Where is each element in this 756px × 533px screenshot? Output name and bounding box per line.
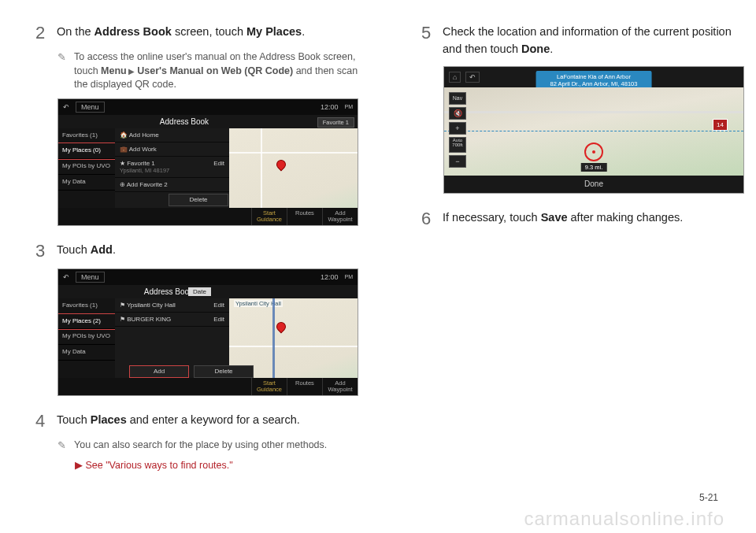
routes-button[interactable]: Routes — [287, 378, 322, 395]
bottom-actions: Start Guidance Routes Add Waypoint — [58, 378, 358, 395]
map-pin-icon — [275, 157, 288, 171]
add-waypoint-button[interactable]: Add Waypoint — [322, 378, 358, 395]
back-icon[interactable]: ↶ — [63, 273, 69, 281]
note-text: You can also search for the place by usi… — [74, 439, 327, 453]
map-view[interactable]: 9.3 mi. 14 — [444, 87, 743, 176]
shot-topbar: ↶ Menu 12:00 PM — [58, 269, 358, 285]
mute-icon[interactable]: 🔇 — [449, 107, 466, 120]
text: screen, touch — [172, 25, 246, 38]
list-item[interactable]: ⊕ Add Favorite 2 — [115, 178, 229, 192]
plus-icon: ⊕ — [120, 181, 125, 188]
nav-button[interactable]: Nav — [449, 92, 466, 105]
sidebar-item-favorites[interactable]: Favorites (1) — [58, 298, 115, 314]
step-text: Check the location and information of th… — [443, 24, 744, 58]
add-button[interactable]: Add — [129, 365, 189, 378]
menu-button[interactable]: Menu — [76, 102, 105, 113]
sidebar-item-mydata[interactable]: My Data — [58, 345, 115, 361]
arrow-icon: ▶ — [127, 67, 138, 76]
pencil-icon: ✎ — [57, 439, 66, 453]
menu-button[interactable]: Menu — [76, 272, 105, 283]
cross-reference-link[interactable]: ▶ See "Various ways to find routes." — [57, 459, 358, 471]
edit-button[interactable]: Edit — [213, 160, 224, 174]
list-item[interactable]: 💼 Add Work — [115, 143, 229, 157]
bold: My Places — [246, 25, 302, 38]
step-3: 3 Touch Add. — [35, 242, 358, 261]
edit-button[interactable]: Edit — [213, 302, 224, 309]
bottom-actions: Start Guidance Routes Add Waypoint — [58, 208, 358, 225]
left-column: 2 On the Address Book screen, touch My P… — [35, 24, 358, 496]
sidebar-item-myplaces[interactable]: My Places (2) — [58, 314, 115, 330]
step-text: Touch Places and enter a keyword for a s… — [57, 412, 358, 431]
delete-button[interactable]: Delete — [194, 365, 254, 378]
edit-button[interactable]: Edit — [213, 316, 224, 323]
list-item[interactable]: ⚑ Ypsilanti City HallEdit — [115, 298, 229, 313]
sidebar-item-myplaces[interactable]: My Places (0) — [58, 143, 115, 159]
favorite-tab[interactable]: Favorite 1 — [317, 117, 354, 128]
step-4-note: ✎ You can also search for the place by u… — [57, 439, 358, 453]
text: Touch — [57, 243, 91, 256]
step-text: On the Address Book screen, touch My Pla… — [57, 24, 358, 43]
label: Add Favorite 2 — [127, 181, 168, 188]
back-icon[interactable]: ↶ — [465, 72, 480, 83]
date-sort-button[interactable]: Date — [188, 287, 211, 296]
clock: 12:00 — [321, 103, 339, 111]
bold: Places — [91, 413, 127, 426]
screenshot-address-book-2: ↶ Menu 12:00 PM Address Book Date Favori… — [57, 268, 358, 396]
bold: User's Manual on Web (QR Code) — [137, 65, 293, 76]
done-button[interactable]: Done — [444, 176, 743, 193]
label: Add Home — [129, 131, 159, 139]
step-6: 6 If necessary, touch Save after making … — [421, 209, 744, 228]
zoom-out-button[interactable]: − — [449, 155, 466, 168]
list-item[interactable]: ⚑ BURGER KINGEdit — [115, 313, 229, 327]
sidebar-item-mydata[interactable]: My Data — [58, 175, 115, 191]
screenshot-address-book-1: ↶ Menu 12:00 PM Address Book Favorite 1 … — [57, 98, 358, 226]
flag-icon: ⚑ — [120, 316, 125, 323]
step-number: 3 — [35, 242, 47, 261]
poi-address: 82 April Dr., Ann Arbor, MI, 48103 — [550, 80, 638, 87]
star-icon: ★ — [120, 160, 125, 167]
right-column: 5 Check the location and information of … — [421, 24, 744, 496]
briefcase-icon: 💼 — [120, 146, 128, 153]
delete-button[interactable]: Delete — [169, 194, 228, 206]
list-item[interactable]: ★ Favorite 1Ypsilanti, MI 48197Edit — [115, 157, 229, 178]
list-item[interactable]: 🏠 Add Home — [115, 128, 229, 143]
home-icon[interactable]: ⌂ — [449, 72, 461, 83]
text: . — [550, 43, 553, 55]
map-label: Ypsilanti City Hall — [234, 300, 283, 307]
sidebar-item-mypois[interactable]: My POIs by UVO — [58, 159, 115, 175]
zoom-level[interactable]: Auto 700ft — [449, 137, 466, 153]
step-number: 4 — [35, 412, 47, 431]
start-guidance-button[interactable]: Start Guidance — [251, 208, 287, 225]
add-waypoint-button[interactable]: Add Waypoint — [322, 208, 358, 225]
label: BURGER KING — [127, 316, 171, 323]
watermark: carmanualsonline.info — [524, 508, 724, 530]
step-number: 6 — [421, 209, 433, 228]
sidebar-item-favorites[interactable]: Favorites (1) — [58, 128, 115, 144]
pencil-icon: ✎ — [57, 50, 66, 92]
route-line — [444, 131, 743, 132]
step-number: 5 — [421, 24, 433, 58]
start-guidance-button[interactable]: Start Guidance — [251, 378, 287, 395]
bold: Address Book — [94, 25, 172, 38]
routes-button[interactable]: Routes — [287, 208, 322, 225]
bold: Menu — [101, 65, 127, 76]
bold: Save — [541, 211, 568, 224]
bold: Add — [91, 243, 113, 256]
back-icon[interactable]: ↶ — [63, 103, 69, 111]
map-pin-icon — [275, 320, 288, 333]
text: On the — [57, 25, 94, 38]
text: and enter a keyword for a search. — [127, 413, 300, 426]
clock: 12:00 — [321, 273, 339, 281]
zoom-in-button[interactable]: + — [449, 122, 466, 135]
step-text: If necessary, touch Save after making ch… — [443, 209, 744, 228]
step-number: 2 — [35, 24, 47, 43]
page-number: 5-21 — [699, 492, 718, 503]
shot-topbar: ↶ Menu 12:00 PM — [58, 99, 358, 115]
note-text: To access the online user's manual on th… — [74, 50, 358, 92]
text: . — [113, 243, 116, 256]
distance-badge: 9.3 mi. — [581, 163, 607, 172]
flag-icon: ⚑ — [120, 302, 125, 309]
target-icon — [584, 143, 603, 161]
sidebar-item-mypois[interactable]: My POIs by UVO — [58, 329, 115, 345]
label: Favorite 1 — [127, 160, 155, 167]
